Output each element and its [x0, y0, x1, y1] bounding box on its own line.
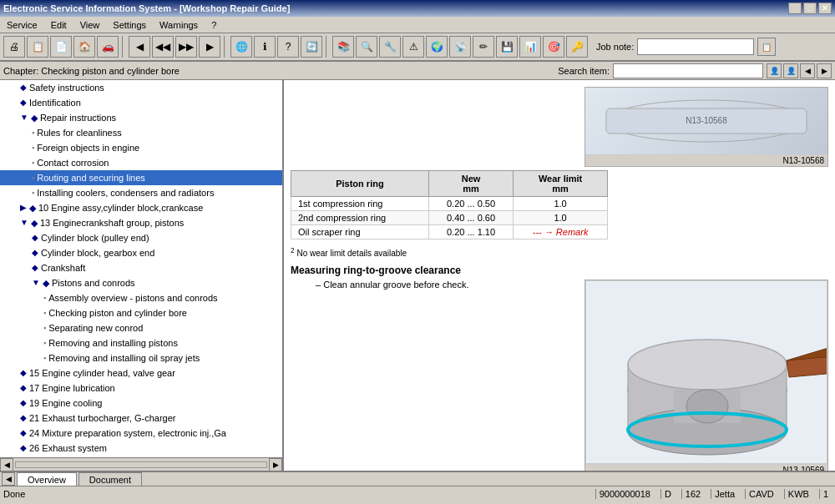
maximize-button[interactable]: □	[803, 3, 817, 14]
tree-label-assembly: Assembly overview - pistons and conrods	[48, 291, 217, 305]
tree-label-ident: Identification	[29, 96, 81, 109]
tree-engine19[interactable]: ◆ 19 Engine cooling	[0, 396, 282, 411]
tree-engine24[interactable]: ◆ 24 Mixture preparation system, electro…	[0, 426, 282, 441]
tree-oil-spray[interactable]: ▪ Removing and installing oil spray jets	[0, 350, 282, 365]
scroll-right-btn[interactable]: ▶	[269, 458, 282, 471]
diamond-icon-10: ◆	[20, 426, 27, 440]
tb-btn-6[interactable]: 🌐	[230, 36, 252, 58]
search-input[interactable]	[613, 63, 763, 78]
tb-btn-10[interactable]: 📚	[332, 36, 354, 58]
tb-btn-8[interactable]: ?	[277, 36, 299, 58]
tree-contact[interactable]: ▪ Contact corrosion	[0, 155, 282, 170]
tree-pistons[interactable]: ▼ ◆ Pistons and conrods	[0, 275, 282, 290]
tree-scroll[interactable]: ◆ Safety instructions ◆ Identification ▼…	[0, 80, 282, 457]
tb-back[interactable]: ◀	[129, 36, 150, 58]
tree-cylblock-gear[interactable]: ◆ Cylinder block, gearbox end	[0, 245, 282, 260]
tree-engine15[interactable]: ◆ 15 Engine cylinder head, valve gear	[0, 365, 282, 381]
tree-removing[interactable]: ▪ Removing and installing pistons	[0, 335, 282, 350]
tb-btn-5[interactable]: 🚗	[97, 36, 119, 58]
tb-btn-19[interactable]: 🎯	[543, 36, 564, 58]
tree-repair[interactable]: ▼ ◆ Repair instructions	[0, 110, 282, 125]
menu-view[interactable]: View	[77, 18, 104, 32]
tb-btn-13[interactable]: ⚠	[402, 36, 424, 58]
tb-btn-15[interactable]: 📡	[449, 36, 471, 58]
tree-engine13[interactable]: ▼ ◆ 13 Enginecrankshaft group, pistons	[0, 215, 282, 230]
tree-hscroll[interactable]: ◀ ▶	[0, 457, 282, 471]
tree-assembly[interactable]: ▪ Assembly overview - pistons and conrod…	[0, 290, 282, 305]
tb-back2[interactable]: ◀◀	[152, 36, 174, 58]
right-panel[interactable]: N13-10568 N13-10568 Piston ring Newmm We…	[284, 80, 835, 471]
toolbar-separator-2	[224, 36, 227, 58]
minimize-button[interactable]: _	[788, 3, 802, 14]
tb-btn-12[interactable]: 🔧	[379, 36, 401, 58]
search-icons: 👤 👤 ◀ ▶	[767, 63, 832, 78]
col-header-wear: Wear limitmm	[514, 171, 608, 197]
tb-btn-17[interactable]: 💾	[496, 36, 518, 58]
menu-edit[interactable]: Edit	[48, 18, 70, 32]
diamond-icon-4: ◆	[32, 246, 38, 260]
svg-text:N13-10568: N13-10568	[686, 116, 727, 125]
diamond-icon-6: ◆	[20, 366, 27, 380]
toolbar-separator-3	[326, 36, 329, 58]
tb-btn-7[interactable]: ℹ	[254, 36, 276, 58]
scroll-left-btn[interactable]: ◀	[0, 458, 13, 471]
tb-btn-11[interactable]: 🔍	[356, 36, 377, 58]
menu-settings[interactable]: Settings	[109, 18, 149, 32]
tb-btn-2[interactable]: 📋	[27, 36, 48, 58]
tree-cylblock-pulley[interactable]: ◆ Cylinder block (pulley end)	[0, 230, 282, 245]
piston-svg	[586, 281, 827, 464]
tb-btn-14[interactable]: 🌍	[426, 36, 448, 58]
ring-name-1: 1st compression ring	[291, 197, 429, 211]
tb-fwd[interactable]: ▶	[199, 36, 220, 58]
search-nav-right[interactable]: ▶	[817, 63, 832, 78]
folder-icon-pistons: ◆	[43, 276, 49, 290]
ring-new-3: 0.20 ... 1.10	[428, 225, 513, 239]
tab-document[interactable]: Document	[78, 472, 142, 486]
jobnote-area: Job note: 📋	[596, 38, 776, 56]
menu-help[interactable]: ?	[208, 18, 220, 32]
tb-btn-4[interactable]: 🏠	[73, 36, 95, 58]
tree-label-foreign: Foreign objects in engine	[37, 141, 139, 154]
search-nav-left[interactable]: ◀	[800, 63, 815, 78]
tree-engine26[interactable]: ◆ 26 Exhaust system	[0, 441, 282, 456]
close-button[interactable]: ✕	[818, 3, 832, 14]
doc-icon-9: ▪	[43, 336, 46, 350]
tree-engine10[interactable]: ▶ ◆ 10 Engine assy,cylinder block,crankc…	[0, 200, 282, 215]
menu-service[interactable]: Service	[3, 18, 41, 32]
ring-name-3: Oil scraper ring	[291, 225, 429, 239]
tree-crankshaft[interactable]: ◆ Crankshaft	[0, 260, 282, 275]
menu-warnings[interactable]: Warnings	[156, 18, 201, 32]
tree-engine21[interactable]: ◆ 21 Exhaust turbocharger, G-charger	[0, 411, 282, 426]
tree-installing[interactable]: ▪ Installing coolers, condensers and rad…	[0, 185, 282, 200]
tb-btn-9[interactable]: 🔄	[301, 36, 322, 58]
ring-name-2: 2nd compression ring	[291, 211, 429, 225]
toolbar: 🖨 📋 📄 🏠 🚗 ◀ ◀◀ ▶▶ ▶ 🌐 ℹ ? 🔄 📚 🔍 🔧 ⚠ 🌍 📡 …	[0, 33, 835, 62]
search-person2-icon[interactable]: 👤	[783, 63, 798, 78]
tree-routing[interactable]: ▪ Routing and securing lines	[0, 170, 282, 185]
tb-fwd2[interactable]: ▶▶	[175, 36, 197, 58]
diamond-icon: ◆	[20, 81, 27, 94]
tb-btn-1[interactable]: 🖨	[3, 36, 25, 58]
hscroll-track[interactable]	[15, 461, 267, 468]
tab-scroll-left[interactable]: ◀	[2, 472, 15, 486]
jobnote-icon[interactable]: 📋	[757, 38, 776, 56]
tree-safety[interactable]: ◆ Safety instructions	[0, 80, 282, 95]
tree-label-routing: Routing and securing lines	[37, 171, 145, 184]
tree-checking[interactable]: ▪ Checking piston and cylinder bore	[0, 305, 282, 320]
tb-btn-3[interactable]: 📄	[50, 36, 72, 58]
window-controls: _ □ ✕	[788, 3, 832, 14]
tree-separating[interactable]: ▪ Separating new conrod	[0, 320, 282, 335]
tree-identification[interactable]: ◆ Identification	[0, 95, 282, 110]
jobnote-input[interactable]	[637, 38, 754, 55]
tab-overview[interactable]: Overview	[17, 472, 77, 486]
top-image-container: N13-10568 N13-10568	[584, 87, 828, 167]
tree-foreign[interactable]: ▪ Foreign objects in engine	[0, 140, 282, 155]
tree-rules[interactable]: ▪ Rules for cleanliness	[0, 125, 282, 140]
tb-btn-16[interactable]: ✏	[473, 36, 494, 58]
tb-btn-18[interactable]: 📊	[519, 36, 541, 58]
search-person-icon[interactable]: 👤	[767, 63, 782, 78]
tb-btn-20[interactable]: 🔑	[566, 36, 588, 58]
tree-engine17[interactable]: ◆ 17 Engine lubrication	[0, 381, 282, 396]
diamond-icon-5: ◆	[32, 261, 38, 275]
top-image-label: N13-10568	[585, 154, 827, 166]
